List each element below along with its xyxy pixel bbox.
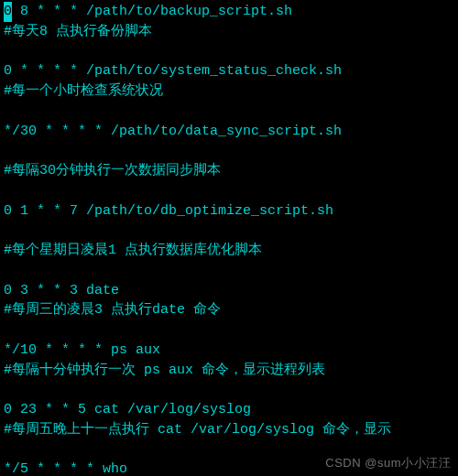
crontab-line-3: */30 * * * * /path/to/data_sync_script.s…: [4, 122, 454, 142]
blank-line: [4, 141, 454, 161]
line-text: 8 * * * /path/to/backup_script.sh: [12, 4, 292, 19]
blank-line: [4, 102, 454, 122]
crontab-comment-6: #每隔十分钟执行一次 ps aux 命令，显示进程列表: [4, 361, 454, 381]
blank-line: [4, 181, 454, 201]
blank-line: [4, 221, 454, 241]
crontab-line-1: 0 8 * * * /path/to/backup_script.sh: [4, 2, 454, 22]
blank-line: [4, 320, 454, 341]
crontab-comment-2: #每一个小时检查系统状况: [4, 81, 454, 102]
crontab-comment-7: #每周五晚上十一点执行 cat /var/log/syslog 命令，显示: [4, 420, 454, 440]
crontab-comment-3: #每隔30分钟执行一次数据同步脚本: [4, 161, 454, 181]
watermark-text: CSDN @sum小小汪汪: [325, 455, 451, 472]
crontab-line-7: 0 23 * * 5 cat /var/log/syslog: [4, 400, 454, 420]
crontab-comment-5: #每周三的凌晨3 点执行date 命令: [4, 300, 454, 320]
cursor: 0: [4, 2, 12, 22]
blank-line: [4, 380, 454, 400]
blank-line: [4, 42, 454, 62]
crontab-comment-4: #每个星期日凌晨1 点执行数据库优化脚本: [4, 241, 454, 261]
blank-line: [4, 261, 454, 281]
crontab-line-2: 0 * * * * /path/to/system_status_check.s…: [4, 61, 454, 81]
crontab-comment-1: #每天8 点执行备份脚本: [4, 22, 454, 42]
crontab-line-6: */10 * * * * ps aux: [4, 341, 454, 361]
crontab-line-5: 0 3 * * 3 date: [4, 281, 454, 301]
crontab-line-4: 0 1 * * 7 /path/to/db_optimize_script.sh: [4, 201, 454, 222]
